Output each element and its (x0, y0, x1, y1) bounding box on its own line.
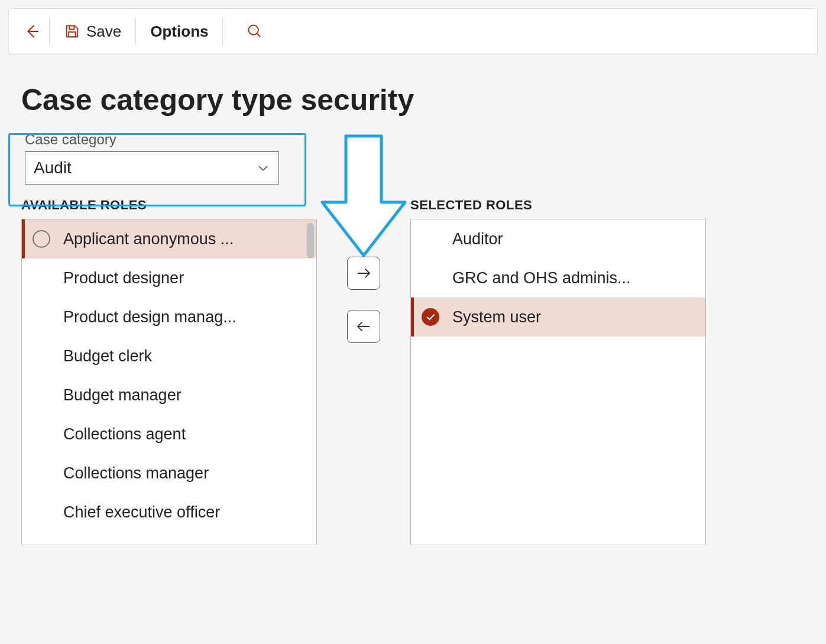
list-item[interactable]: Applicant anonymous ... (22, 219, 316, 258)
page: Case category type security Case categor… (21, 83, 805, 545)
list-item[interactable]: Chief executive officer (22, 493, 316, 532)
case-category-dropdown[interactable]: Audit (25, 151, 279, 185)
available-roles-header: AVAILABLE ROLES (21, 198, 317, 213)
save-icon (64, 23, 80, 40)
toolbar: Save Options (8, 8, 818, 54)
arrow-left-icon (355, 318, 372, 335)
list-item-label: Product designer (63, 269, 184, 287)
list-item-label: Budget clerk (63, 347, 152, 365)
list-item[interactable]: Product designer (22, 258, 316, 297)
save-button[interactable]: Save (54, 18, 131, 46)
dropdown-value: Audit (34, 158, 72, 177)
move-left-button[interactable] (347, 310, 380, 343)
available-roles-list[interactable]: Applicant anonymous ... Product designer… (21, 219, 317, 545)
case-category-label: Case category (25, 131, 279, 148)
toolbar-divider (49, 17, 50, 46)
selected-roles-list[interactable]: Auditor GRC and OHS adminis... System us… (410, 219, 706, 545)
checkmark-icon (422, 308, 439, 326)
list-item-label: Collections manager (63, 464, 209, 483)
arrow-left-icon (24, 22, 41, 40)
chevron-down-icon (256, 161, 270, 175)
list-item-label: Product design manag... (63, 308, 237, 326)
case-category-field: Case category Audit (25, 131, 279, 185)
svg-point-1 (249, 25, 258, 35)
scrollbar-thumb[interactable] (307, 223, 314, 258)
options-button[interactable]: Options (141, 18, 218, 46)
list-item[interactable]: Auditor (411, 219, 705, 258)
list-item[interactable]: GRC and OHS adminis... (411, 258, 705, 297)
search-icon (247, 23, 263, 40)
list-item[interactable]: System user (411, 297, 705, 336)
list-item-label: System user (452, 308, 541, 326)
back-button[interactable] (21, 20, 44, 43)
options-label: Options (150, 22, 208, 41)
list-item[interactable]: Budget clerk (22, 336, 316, 376)
page-title: Case category type security (21, 83, 805, 117)
move-right-button[interactable] (347, 257, 380, 290)
selected-roles-header: SELECTED ROLES (410, 198, 706, 213)
selected-roles-column: SELECTED ROLES Auditor GRC and OHS admin… (410, 198, 706, 545)
list-item[interactable]: Collections agent (22, 415, 316, 454)
save-label: Save (86, 22, 121, 41)
list-item-label: Collections agent (63, 425, 186, 444)
toolbar-divider (135, 17, 136, 46)
available-roles-column: AVAILABLE ROLES Applicant anonymous ... … (21, 198, 317, 545)
list-item-label: Budget manager (63, 386, 182, 404)
list-item-label: Applicant anonymous ... (63, 230, 234, 248)
move-buttons (317, 257, 410, 343)
search-button[interactable] (244, 21, 265, 42)
roles-columns: AVAILABLE ROLES Applicant anonymous ... … (21, 198, 805, 545)
svg-rect-0 (69, 32, 76, 37)
list-item-label: Chief executive officer (63, 503, 220, 522)
arrow-right-icon (355, 264, 372, 282)
list-item[interactable]: Product design manag... (22, 297, 316, 336)
list-item[interactable]: Budget manager (22, 376, 316, 415)
list-item-label: GRC and OHS adminis... (452, 269, 631, 287)
toolbar-divider (222, 17, 223, 46)
radio-unchecked-icon (33, 230, 50, 248)
list-item[interactable]: Collections manager (22, 454, 316, 493)
list-item-label: Auditor (452, 230, 503, 248)
